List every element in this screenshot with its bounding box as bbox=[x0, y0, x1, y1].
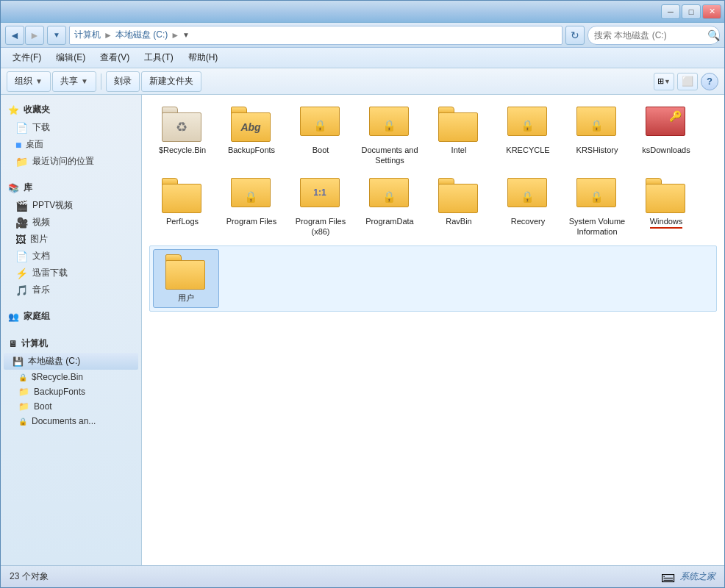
sidebar-desktop-label: 桌面 bbox=[26, 138, 43, 151]
menu-help[interactable]: 帮助(H) bbox=[182, 49, 224, 66]
file-item-windows[interactable]: Windows bbox=[633, 173, 699, 242]
preview-toggle-button[interactable]: ⬜ bbox=[677, 73, 698, 90]
main-window: ─ □ ✕ ◄ ► ▼ 计算机 ► 本地磁盘 (C:) ► ▼ ↻ 🔍 文件(F… bbox=[0, 0, 725, 588]
file-item-programfiles-x86[interactable]: 1:1 Program Files (x86) bbox=[288, 173, 354, 242]
ksdownloads-label: ksDownloads bbox=[642, 145, 690, 155]
sidebar-item-download[interactable]: 📄 下载 bbox=[4, 119, 138, 136]
sidebar-item-video[interactable]: 🎥 视频 bbox=[4, 214, 138, 231]
sidebar-boot[interactable]: 📁 Boot bbox=[4, 399, 138, 414]
sidebar-favorites-label: 收藏夹 bbox=[24, 104, 50, 116]
file-area[interactable]: ♻ $Recycle.Bin Abg BackupFonts bbox=[142, 95, 724, 565]
programdata-icon: 🔒 bbox=[369, 178, 410, 213]
file-item-ksdownloads[interactable]: 🔑 ksDownloads bbox=[633, 102, 699, 171]
breadcrumb-drive[interactable]: 本地磁盘 (C:) bbox=[115, 29, 168, 41]
help-button[interactable]: ? bbox=[701, 73, 718, 90]
menu-edit[interactable]: 编辑(E) bbox=[50, 49, 91, 66]
sidebar: ⭐ 收藏夹 📄 下载 ■ 桌面 📁 最近访问的位置 bbox=[1, 95, 142, 565]
file-item-recovery[interactable]: 🔒 Recovery bbox=[495, 173, 561, 242]
burn-label: 刻录 bbox=[114, 75, 132, 87]
sidebar-item-pictures[interactable]: 🖼 图片 bbox=[4, 231, 138, 248]
recent-button[interactable]: ▼ bbox=[47, 26, 66, 45]
windows-label-text: Windows bbox=[650, 216, 683, 229]
sidebar-thunder-label: 迅雷下载 bbox=[32, 267, 68, 279]
ravbin-label: RavBin bbox=[446, 216, 471, 226]
organize-label: 组织 bbox=[15, 75, 32, 87]
sidebar-drive-c[interactable]: 💾 本地磁盘 (C:) bbox=[4, 353, 138, 370]
sidebar-item-desktop[interactable]: ■ 桌面 bbox=[4, 136, 138, 153]
library-icon: 📚 bbox=[8, 183, 19, 193]
search-icon[interactable]: 🔍 bbox=[707, 29, 720, 41]
computer-icon: 🖥 bbox=[8, 339, 17, 349]
back-button[interactable]: ◄ bbox=[5, 26, 24, 45]
file-item-intel[interactable]: Intel bbox=[426, 102, 492, 171]
menu-file[interactable]: 文件(F) bbox=[7, 49, 47, 66]
file-item-programdata[interactable]: 🔒 ProgramData bbox=[357, 173, 423, 242]
refresh-button[interactable]: ↻ bbox=[565, 26, 585, 45]
file-item-recycle-bin[interactable]: ♻ $Recycle.Bin bbox=[149, 102, 215, 171]
search-box: 🔍 bbox=[588, 26, 720, 45]
sidebar-docs-label: 文档 bbox=[32, 250, 50, 262]
krecycle-icon: 🔒 bbox=[507, 107, 549, 142]
new-folder-button[interactable]: 新建文件夹 bbox=[141, 71, 201, 92]
maximize-button[interactable]: □ bbox=[682, 4, 701, 19]
close-button[interactable]: ✕ bbox=[702, 4, 721, 19]
burn-button[interactable]: 刻录 bbox=[106, 71, 140, 92]
sidebar-scroll[interactable]: ⭐ 收藏夹 📄 下载 ■ 桌面 📁 最近访问的位置 bbox=[1, 95, 141, 565]
file-item-krecycle[interactable]: 🔒 KRECYCLE bbox=[495, 102, 561, 171]
file-item-backupfonts[interactable]: Abg BackupFonts bbox=[218, 102, 285, 171]
search-input[interactable] bbox=[594, 30, 704, 40]
sidebar-recent-label: 最近访问的位置 bbox=[32, 155, 94, 168]
sidebar-pictures-label: 图片 bbox=[30, 233, 48, 245]
file-item-programfiles[interactable]: 🔒 Program Files bbox=[218, 173, 285, 242]
boot-label: Boot bbox=[312, 145, 329, 155]
sidebar-documents[interactable]: 🔒 Documents an... bbox=[4, 414, 138, 429]
menu-view[interactable]: 查看(V) bbox=[94, 49, 135, 66]
backupfonts-icon: Abg bbox=[231, 107, 272, 142]
sidebar-item-music[interactable]: 🎵 音乐 bbox=[4, 282, 138, 298]
organize-button[interactable]: 组织 ▼ bbox=[7, 71, 51, 92]
menu-tools[interactable]: 工具(T) bbox=[138, 49, 179, 66]
sidebar-item-thunder[interactable]: ⚡ 迅雷下载 bbox=[4, 265, 138, 282]
sidebar-item-pptv[interactable]: 🎬 PPTV视频 bbox=[4, 197, 138, 214]
folder-icon-1: 📁 bbox=[18, 387, 29, 397]
title-bar: ─ □ ✕ bbox=[1, 1, 724, 23]
recovery-label: Recovery bbox=[511, 216, 545, 226]
sidebar-homegroup-header[interactable]: 👥 家庭组 bbox=[4, 307, 138, 326]
file-item-documents[interactable]: 🔒 Documents and Settings bbox=[357, 102, 423, 171]
file-item-boot[interactable]: 🔒 Boot bbox=[288, 102, 354, 171]
perflogs-icon bbox=[162, 178, 203, 213]
krshistory-icon: 🔒 bbox=[576, 107, 618, 142]
sidebar-item-docs[interactable]: 📄 文档 bbox=[4, 248, 138, 265]
lock-icon-2: 🔒 bbox=[18, 417, 27, 426]
breadcrumb-arrow[interactable]: ▼ bbox=[182, 31, 190, 39]
file-item-users[interactable]: 用户 bbox=[153, 249, 219, 308]
breadcrumb[interactable]: 计算机 ► 本地磁盘 (C:) ► ▼ bbox=[69, 26, 562, 45]
sidebar-backup-fonts[interactable]: 📁 BackupFonts bbox=[4, 384, 138, 399]
drive-icon: 💾 bbox=[12, 356, 24, 367]
sidebar-music-label: 音乐 bbox=[32, 284, 50, 296]
toolbar-right: ⊞ ▼ ⬜ ? bbox=[654, 73, 718, 90]
sidebar-computer-header[interactable]: 🖥 计算机 bbox=[4, 334, 138, 353]
file-item-krshistory[interactable]: 🔒 KRSHistory bbox=[564, 102, 630, 171]
file-item-perflogs[interactable]: PerfLogs bbox=[149, 173, 215, 242]
sidebar-download-label: 下载 bbox=[32, 121, 50, 134]
programdata-label: ProgramData bbox=[365, 216, 413, 226]
address-bar: ◄ ► ▼ 计算机 ► 本地磁盘 (C:) ► ▼ ↻ 🔍 bbox=[1, 23, 724, 48]
breadcrumb-computer[interactable]: 计算机 bbox=[74, 29, 101, 41]
nav-buttons: ◄ ► bbox=[5, 26, 44, 45]
sidebar-pptv-label: PPTV视频 bbox=[32, 199, 73, 212]
status-logo: 🖴 系统之家 bbox=[661, 568, 715, 585]
view-toggle-button[interactable]: ⊞ ▼ bbox=[654, 73, 674, 90]
file-item-ravbin[interactable]: RavBin bbox=[426, 173, 492, 242]
toolbar: 组织 ▼ 共享 ▼ 刻录 新建文件夹 ⊞ ▼ ⬜ ? bbox=[1, 68, 724, 95]
sidebar-recycle-label: $Recycle.Bin bbox=[32, 372, 83, 382]
sidebar-item-recent[interactable]: 📁 最近访问的位置 bbox=[4, 153, 138, 170]
intel-icon bbox=[438, 107, 479, 142]
sidebar-computer-section: 🖥 计算机 💾 本地磁盘 (C:) 🔒 $Recycle.Bin 📁 Backu… bbox=[1, 329, 141, 431]
share-button[interactable]: 共享 ▼ bbox=[52, 71, 96, 92]
forward-button[interactable]: ► bbox=[25, 26, 44, 45]
sidebar-recycle-bin[interactable]: 🔒 $Recycle.Bin bbox=[4, 370, 138, 384]
file-item-sysvolinfo[interactable]: 🔒 System Volume Information bbox=[564, 173, 630, 242]
windows-label: Windows bbox=[650, 216, 683, 229]
minimize-button[interactable]: ─ bbox=[661, 4, 680, 19]
